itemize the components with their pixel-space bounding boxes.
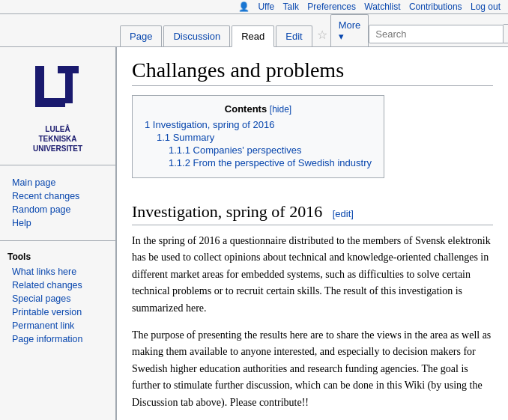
- logo-line3: UNIVERSITET: [7, 144, 108, 153]
- toc-link-1-1-1[interactable]: 1.1.1 Companies' perspectives: [169, 144, 301, 156]
- search-bar: 🔍: [369, 24, 508, 43]
- section1-edit-link[interactable]: [edit]: [333, 208, 354, 219]
- toc-link-1[interactable]: 1 Investigation, spring of 2016: [145, 119, 274, 130]
- user-link[interactable]: Uffe: [258, 1, 274, 12]
- search-input[interactable]: [369, 25, 504, 43]
- toc-title: Contents [hide]: [145, 103, 372, 115]
- logo-line2: TEKNISKA: [7, 134, 108, 144]
- toc-list: 1 Investigation, spring of 2016 1.1 Summ…: [145, 119, 372, 168]
- toc-link-1-1[interactable]: 1.1 Summary: [157, 132, 214, 143]
- sidebar: LULEÅ TEKNISKA UNIVERSITET Main page Rec…: [0, 47, 116, 420]
- search-button[interactable]: 🔍: [504, 24, 508, 43]
- more-dropdown[interactable]: More ▾: [330, 14, 369, 46]
- sidebar-logo: LULEÅ TEKNISKA UNIVERSITET: [0, 55, 115, 165]
- sidebar-item-printable-version[interactable]: Printable version: [0, 305, 115, 319]
- university-logo: [28, 62, 88, 122]
- sidebar-tools: Tools What links here Related changes Sp…: [0, 246, 115, 352]
- sidebar-item-help[interactable]: Help: [0, 216, 115, 230]
- user-icon: 👤: [238, 1, 250, 12]
- tab-edit[interactable]: Edit: [276, 25, 312, 46]
- talk-link[interactable]: Talk: [283, 1, 299, 12]
- sidebar-item-random-page[interactable]: Random page: [0, 203, 115, 216]
- sidebar-item-special-pages[interactable]: Special pages: [0, 292, 115, 305]
- tab-read[interactable]: Read: [232, 25, 274, 47]
- section1-heading: Investigation, spring of 2016 [edit]: [132, 202, 493, 225]
- list-item: 1 Investigation, spring of 2016: [145, 119, 372, 130]
- page-title: Challanges and problems: [132, 58, 493, 86]
- svg-rect-3: [65, 66, 73, 103]
- content-area: Challanges and problems Contents [hide] …: [116, 47, 508, 420]
- logo-line1: LULEÅ: [7, 124, 108, 134]
- table-of-contents: Contents [hide] 1 Investigation, spring …: [132, 95, 384, 178]
- sidebar-item-main-page[interactable]: Main page: [0, 176, 115, 189]
- nav-tabs: Page Discussion Read Edit ☆ More ▾ 🔍: [0, 14, 508, 47]
- sidebar-item-what-links-here[interactable]: What links here: [0, 265, 115, 279]
- logout-link[interactable]: Log out: [471, 1, 501, 12]
- list-item: 1.1.1 Companies' perspectives: [145, 144, 372, 156]
- sidebar-divider: [0, 240, 115, 241]
- list-item: 1.1 Summary: [145, 132, 372, 143]
- top-bar: 👤 Uffe Talk Preferences Watchlist Contri…: [0, 0, 508, 14]
- tab-page[interactable]: Page: [120, 25, 162, 46]
- preferences-link[interactable]: Preferences: [307, 1, 356, 12]
- section1-paragraph1: In the spring of 2016 a questionnaire di…: [132, 233, 493, 317]
- contributions-link[interactable]: Contributions: [409, 1, 462, 12]
- tools-title: Tools: [0, 249, 115, 265]
- sidebar-item-page-information[interactable]: Page information: [0, 332, 115, 346]
- main-layout: LULEÅ TEKNISKA UNIVERSITET Main page Rec…: [0, 47, 508, 420]
- svg-rect-1: [35, 98, 65, 107]
- tab-discussion[interactable]: Discussion: [163, 25, 230, 46]
- section1-paragraph2: The purpose of presenting the results he…: [132, 327, 493, 411]
- sidebar-nav: Main page Recent changes Random page Hel…: [0, 173, 115, 236]
- sidebar-item-permanent-link[interactable]: Permanent link: [0, 319, 115, 332]
- watchlist-link[interactable]: Watchlist: [364, 1, 400, 12]
- sidebar-item-recent-changes[interactable]: Recent changes: [0, 189, 115, 203]
- star-button[interactable]: ☆: [314, 23, 330, 46]
- sidebar-item-related-changes[interactable]: Related changes: [0, 279, 115, 292]
- toc-link-1-1-2[interactable]: 1.1.2 From the perspective of Swedish in…: [169, 157, 372, 168]
- list-item: 1.1.2 From the perspective of Swedish in…: [145, 157, 372, 168]
- toc-hide-button[interactable]: [hide]: [270, 104, 291, 115]
